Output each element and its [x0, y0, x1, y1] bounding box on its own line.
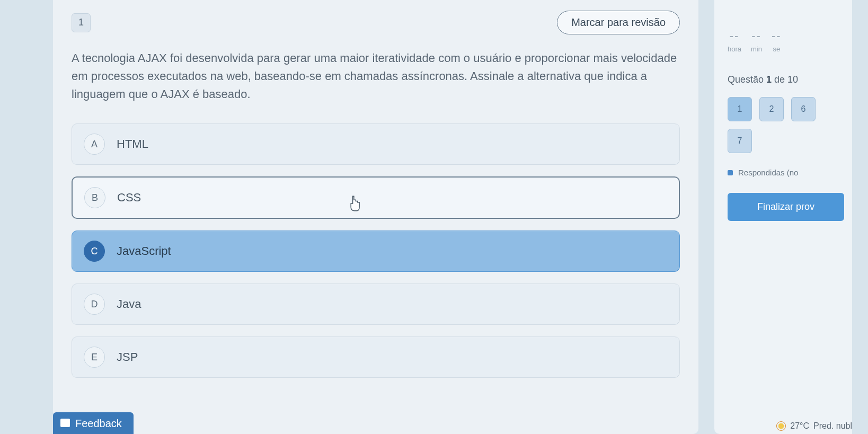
side-panel: -- hora -- min -- se Questão 1 de 10 126… — [714, 0, 852, 434]
legend-answered-label: Respondidas (no — [738, 168, 798, 177]
option-letter: D — [84, 294, 105, 315]
option-b[interactable]: BCSS — [72, 176, 680, 219]
question-nav-2[interactable]: 2 — [759, 97, 784, 121]
option-label: JSP — [117, 350, 138, 364]
question-counter: Questão 1 de 10 — [728, 74, 844, 85]
question-number-badge: 1 — [72, 13, 91, 32]
option-d[interactable]: DJava — [72, 284, 680, 325]
option-e[interactable]: EJSP — [72, 336, 680, 378]
feedback-button[interactable]: Feedback — [53, 412, 134, 434]
timer-hours-value: -- — [730, 29, 740, 43]
timer-minutes-value: -- — [751, 29, 761, 43]
timer: -- hora -- min -- se — [728, 29, 844, 53]
legend-answered: Respondidas (no — [728, 168, 844, 177]
question-nav-grid: 1267 — [728, 97, 844, 153]
option-letter: B — [84, 187, 105, 208]
feedback-label: Feedback — [75, 418, 122, 429]
weather-desc: Pred. nubl — [813, 421, 852, 431]
option-c[interactable]: CJavaScript — [72, 231, 680, 272]
timer-seconds-value: -- — [772, 29, 782, 43]
taskbar-weather: 27°C Pred. nubl — [776, 421, 852, 431]
option-label: CSS — [117, 191, 141, 205]
weather-temp: 27°C — [790, 421, 809, 431]
comment-icon — [60, 419, 70, 427]
question-nav-1[interactable]: 1 — [728, 97, 752, 121]
legend-dot-icon — [728, 170, 733, 175]
option-letter: E — [84, 347, 105, 368]
timer-hours-label: hora — [728, 45, 741, 53]
question-card: 1 Marcar para revisão A tecnologia AJAX … — [53, 0, 698, 434]
question-nav-6[interactable]: 6 — [791, 97, 816, 121]
option-label: JavaScript — [117, 244, 171, 258]
question-text: A tecnologia AJAX foi desenvolvida para … — [72, 49, 680, 103]
finish-exam-button[interactable]: Finalizar prov — [728, 193, 844, 221]
options-list: AHTMLBCSSCJavaScriptDJavaEJSP — [72, 123, 680, 378]
option-letter: C — [84, 241, 105, 262]
timer-seconds-label: se — [773, 45, 780, 53]
option-label: Java — [117, 297, 141, 311]
question-nav-7[interactable]: 7 — [728, 129, 752, 153]
option-letter: A — [84, 134, 105, 155]
option-a[interactable]: AHTML — [72, 123, 680, 165]
option-label: HTML — [117, 137, 148, 151]
timer-minutes-label: min — [751, 45, 762, 53]
sun-icon — [776, 421, 786, 431]
mark-for-review-button[interactable]: Marcar para revisão — [557, 11, 680, 34]
